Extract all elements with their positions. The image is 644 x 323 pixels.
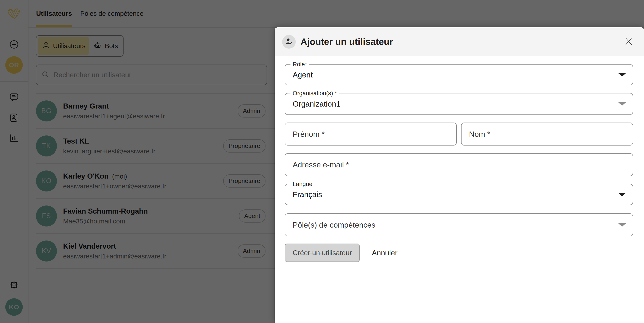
poles-placeholder: Pôle(s) de compétences [285,221,375,229]
role-value: Agent [285,70,312,79]
role-label: Rôle* [290,61,309,68]
language-select[interactable]: Langue Français [285,184,633,205]
close-button[interactable] [624,36,634,47]
organisations-value: Organization1 [285,100,340,108]
lastname-field-wrap [461,123,633,146]
chevron-down-icon [618,193,626,196]
chevron-down-icon [618,73,626,77]
organisations-select[interactable]: Organisation(s) * Organization1 [285,93,633,115]
modal-actions: Créer un utilisateur Annuler [285,244,633,262]
add-user-modal: Ajouter un utilisateur Rôle* Agent Organ… [275,27,644,323]
email-field[interactable] [285,160,632,169]
organisations-label: Organisation(s) * [290,90,339,97]
name-fields-row [285,123,633,146]
firstname-field-wrap [285,123,457,146]
firstname-field[interactable] [285,130,456,139]
create-user-label: Créer un utilisateur [293,249,352,257]
chevron-down-icon [618,223,626,227]
person-edit-icon [284,37,293,47]
cancel-label: Annuler [372,249,397,257]
lastname-field[interactable] [462,130,632,139]
modal-header: Ajouter un utilisateur [275,27,644,56]
chevron-down-icon [618,102,626,106]
close-icon [625,37,632,46]
language-value: Français [285,190,322,199]
modal-icon-circle [282,35,296,48]
role-select[interactable]: Rôle* Agent [285,64,633,85]
modal-body: Rôle* Agent Organisation(s) * Organizati… [275,64,644,262]
poles-select[interactable]: Pôle(s) de compétences [285,213,633,236]
create-user-button[interactable]: Créer un utilisateur [285,244,360,262]
email-field-wrap [285,153,633,176]
language-label: Langue [290,181,314,188]
modal-title: Ajouter un utilisateur [300,36,393,47]
cancel-button[interactable]: Annuler [370,249,400,257]
app-root: OR [0,0,644,323]
